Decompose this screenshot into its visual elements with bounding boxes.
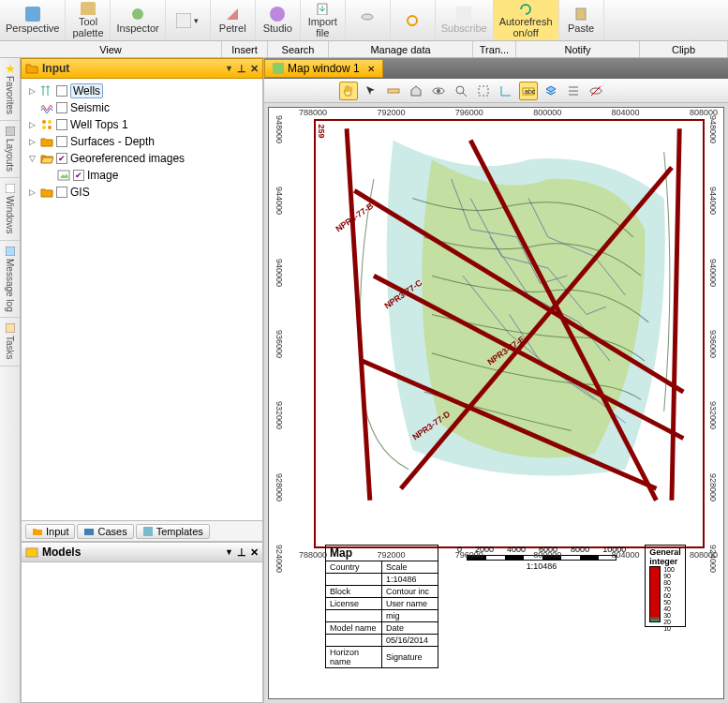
tab-favorites[interactable]: Favorites [0, 58, 20, 121]
svg-rect-10 [6, 127, 15, 136]
checkbox[interactable] [56, 119, 67, 130]
info-row: Horizon nameSignature [326, 647, 438, 668]
tab-layouts[interactable]: Layouts [0, 121, 20, 178]
checkbox[interactable] [56, 136, 67, 147]
tree-item-seismic[interactable]: Seismic [23, 99, 260, 116]
twisty-icon[interactable] [44, 171, 54, 181]
templates-tab[interactable]: Templates [136, 524, 210, 539]
info-row: 05/16/2014 [326, 635, 438, 647]
y-tick: 924000 [275, 545, 284, 573]
bbox-tool[interactable] [474, 82, 493, 100]
close-icon[interactable]: ✕ [250, 546, 259, 559]
label-tool[interactable]: abc [519, 82, 538, 100]
map-window-tab[interactable]: Map window 1 ✕ [264, 59, 383, 78]
checkbox[interactable] [56, 153, 67, 164]
svg-rect-25 [388, 89, 399, 93]
autorefresh-button[interactable]: Autorefresh on/off [494, 0, 559, 40]
tree-item-georeferenced-images[interactable]: ▽Georeferenced images [23, 150, 260, 167]
db-icon [360, 13, 375, 28]
checkbox[interactable] [56, 187, 67, 198]
legend-tool[interactable] [564, 82, 583, 100]
window-icon [6, 184, 15, 193]
home-tool[interactable] [407, 82, 425, 100]
pin-icon[interactable]: ⊥ [237, 63, 246, 75]
tree-item-image[interactable]: Image [23, 167, 260, 184]
svg-marker-9 [6, 64, 15, 73]
svg-rect-12 [6, 247, 15, 256]
input-tab[interactable]: Input [25, 524, 75, 539]
star-icon [6, 64, 15, 73]
tree-item-gis[interactable]: ▷GIS [23, 184, 260, 201]
bottom-tabs: Input Cases Templates [21, 521, 263, 542]
dropdown-icon[interactable]: ▼ [225, 547, 233, 557]
checkbox[interactable] [56, 85, 67, 97]
studio-button[interactable]: Studio [256, 0, 301, 40]
toggle-vis-tool[interactable] [587, 82, 605, 100]
y-tick: 944000 [275, 187, 284, 215]
cursor-icon [364, 84, 378, 97]
tree-item-surfaces-depth[interactable]: ▷Surfaces - Depth [23, 133, 260, 150]
y-tick: 948000 [708, 115, 718, 143]
twisty-icon[interactable] [27, 103, 37, 113]
pan-tool[interactable] [339, 82, 358, 100]
layer-tool[interactable] [542, 82, 560, 100]
subscribe-icon [456, 7, 471, 22]
ruler-icon [387, 84, 400, 97]
measure-tool[interactable] [384, 82, 403, 100]
line-label: 259 [317, 124, 326, 138]
petrel-button[interactable]: Petrel [211, 0, 256, 40]
select-tool[interactable] [362, 82, 380, 100]
legend-val: 60 [663, 592, 675, 599]
twisty-icon[interactable]: ▷ [27, 86, 37, 97]
legend-val: 90 [663, 573, 675, 579]
twisty-icon[interactable]: ▷ [27, 137, 37, 147]
checkbox[interactable] [73, 170, 84, 181]
paste-button[interactable]: Paste [559, 0, 604, 40]
tool-palette-button[interactable]: Tool palette [66, 0, 111, 40]
twisty-icon[interactable]: ▷ [27, 187, 37, 198]
group-notify: Notify [516, 41, 640, 57]
tree-item-well-tops-1[interactable]: ▷Well Tops 1 [23, 116, 260, 133]
tab-windows[interactable]: Windows [0, 178, 20, 241]
axes-tool[interactable] [497, 82, 515, 100]
x-tick: 796000 [455, 550, 483, 560]
hand-icon [342, 84, 355, 97]
tree-item-label: Well Tops 1 [70, 118, 128, 131]
ribbon-groups: View Insert Search Manage data Tran... N… [0, 41, 728, 58]
label-icon: abc [522, 84, 535, 97]
legend-val: 10 [663, 625, 675, 632]
tree-item-label: Wells [70, 83, 103, 98]
models-panel-body [21, 562, 263, 703]
import-icon [315, 2, 330, 15]
dropdown-icon[interactable]: ▼ [225, 64, 233, 73]
manage-extra-button[interactable] [346, 0, 391, 40]
import-file-button[interactable]: Import file [301, 0, 346, 40]
magnify-icon [454, 84, 468, 97]
panes-button[interactable]: ▾ [166, 0, 211, 40]
x-tick: 792000 [377, 108, 405, 117]
map-info-strip: Map CountryScale1:10486BlockContour incL… [325, 545, 676, 668]
tab-tasks[interactable]: Tasks [0, 318, 20, 366]
tran-button[interactable] [391, 0, 436, 40]
ribbon: Perspective Tool palette Inspector ▾ Pet… [0, 0, 728, 41]
zoom-tool[interactable] [452, 82, 470, 100]
perspective-button[interactable]: Perspective [0, 0, 66, 40]
map-canvas[interactable]: 259 NPR3-77-B NPR3-77-C NPR3-77-E NPR3-7… [268, 107, 724, 699]
tree-item-wells[interactable]: ▷Wells [23, 82, 260, 99]
pin-icon[interactable]: ⊥ [237, 546, 246, 559]
close-icon[interactable]: ✕ [250, 63, 259, 75]
box-icon [477, 84, 490, 97]
inspector-button[interactable]: Inspector [111, 0, 165, 40]
close-tab-icon[interactable]: ✕ [367, 64, 375, 74]
palette-icon [81, 2, 96, 15]
legend-val: 100 [663, 566, 675, 573]
view-tool[interactable] [429, 82, 448, 100]
checkbox[interactable] [56, 102, 67, 113]
tab-message-log[interactable]: Message log [0, 241, 20, 319]
folder-icon [32, 526, 43, 537]
panes-icon [176, 13, 191, 28]
y-tick: 940000 [708, 259, 718, 287]
twisty-icon[interactable]: ▷ [27, 120, 37, 130]
cases-tab[interactable]: Cases [77, 524, 133, 539]
twisty-icon[interactable]: ▽ [27, 154, 37, 164]
